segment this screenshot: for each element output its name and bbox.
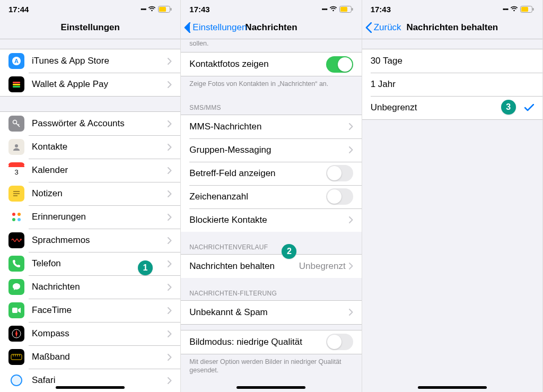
row-keep-messages[interactable]: Nachrichten behalten Unbegrenzt xyxy=(181,255,361,278)
settings-row[interactable]: Zeichenanzahl xyxy=(181,185,361,208)
svg-text:3: 3 xyxy=(14,168,18,176)
svg-point-16 xyxy=(12,218,15,221)
toggle-contact-photos[interactable] xyxy=(326,56,353,73)
svg-point-14 xyxy=(12,213,15,216)
settings-row[interactable]: Nachrichten xyxy=(0,275,180,299)
row-low-quality-image[interactable]: Bildmodus: niedrige Qualität xyxy=(181,330,361,354)
home-indicator[interactable] xyxy=(56,386,125,389)
step-badge-3: 3 xyxy=(501,100,516,115)
group-footer: Mit dieser Option werden Bilder in niedr… xyxy=(181,354,361,379)
status-bar: 17:44 •••• xyxy=(0,0,180,16)
settings-row[interactable]: Erinnerungen xyxy=(0,205,180,229)
row-value: Unbegrenzt xyxy=(299,261,346,272)
wallet-icon xyxy=(8,76,24,92)
truncated-footer: sollen. xyxy=(181,39,361,52)
nav-bar: Zurück Nachrichten behalten xyxy=(362,16,542,39)
option-row[interactable]: 30 Tage xyxy=(362,49,542,73)
measure-icon xyxy=(8,349,24,365)
nav-title: Einstellungen xyxy=(0,22,180,33)
toggle-low-quality[interactable] xyxy=(326,334,353,350)
signal-icon: •••• xyxy=(141,6,146,12)
settings-row[interactable]: FaceTime xyxy=(0,299,180,322)
svg-point-15 xyxy=(17,213,21,216)
settings-row[interactable]: Betreff-Feld anzeigen xyxy=(181,162,361,185)
msg-icon xyxy=(8,279,24,295)
chevron-right-icon xyxy=(168,284,172,291)
signal-icon: •••• xyxy=(503,6,508,12)
group-header-filter: NACHRICHTEN-FILTERUNG xyxy=(181,278,361,300)
battery-icon xyxy=(158,6,172,13)
keep-messages-list[interactable]: 30 Tage1 JahrUnbegrenzt xyxy=(362,39,542,392)
settings-row[interactable]: MMS-Nachrichten xyxy=(181,115,361,138)
settings-row[interactable]: Telefon xyxy=(0,252,180,275)
chevron-right-icon xyxy=(168,354,172,361)
chevron-right-icon xyxy=(168,167,172,174)
screen-settings-root: 17:44 •••• Einstellungen AiTunes & App S… xyxy=(0,0,181,392)
screen-messages-settings: 17:43 •••• Einstellungen Nachrichten sol… xyxy=(181,0,362,392)
row-label: Maßband xyxy=(32,352,168,362)
nav-back-button[interactable]: Einstellungen xyxy=(181,22,247,33)
row-label: Kompass xyxy=(32,328,168,339)
settings-row[interactable]: AiTunes & App Store xyxy=(0,49,180,73)
status-time: 17:43 xyxy=(371,5,391,14)
settings-row[interactable]: Kontakte xyxy=(0,135,180,159)
svg-point-9 xyxy=(15,144,18,147)
settings-row[interactable]: Passwörter & Accounts xyxy=(0,112,180,135)
row-contact-photos[interactable]: Kontaktfotos zeigen xyxy=(181,53,361,76)
group-header-sms: SMS/MMS xyxy=(181,92,361,115)
home-indicator[interactable] xyxy=(237,386,305,389)
settings-list[interactable]: AiTunes & App StoreWallet & Apple Pay Pa… xyxy=(0,39,180,392)
home-indicator[interactable] xyxy=(418,386,487,389)
nav-bar: Einstellungen Nachrichten xyxy=(181,16,361,39)
settings-row[interactable]: Notizen xyxy=(0,182,180,205)
row-label: 1 Jahr xyxy=(371,79,534,90)
signal-icon: •••• xyxy=(322,6,327,12)
settings-row[interactable]: Maßband xyxy=(0,345,180,369)
screen-keep-messages: 17:43 •••• Zurück Nachrichten behalten 3… xyxy=(362,0,543,392)
svg-rect-26 xyxy=(352,8,353,11)
settings-row[interactable]: Blockierte Kontakte xyxy=(181,208,361,232)
row-unknown-spam[interactable]: Unbekannt & Spam xyxy=(181,301,361,324)
row-label: Bildmodus: niedrige Qualität xyxy=(189,337,326,347)
settings-row[interactable]: Sprachmemos xyxy=(0,229,180,252)
chevron-right-icon xyxy=(168,377,172,384)
status-bar: 17:43 •••• xyxy=(362,0,542,16)
row-label: Zeichenanzahl xyxy=(189,191,326,202)
group-header-history: NACHRICHTENVERLAUF xyxy=(181,232,361,254)
svg-rect-2 xyxy=(171,8,172,11)
A-icon: A xyxy=(8,53,24,69)
svg-rect-18 xyxy=(12,308,17,313)
row-label: Wallet & Apple Pay xyxy=(32,79,168,90)
wifi-icon xyxy=(510,5,518,14)
chevron-right-icon xyxy=(349,146,353,153)
svg-rect-12 xyxy=(8,166,24,167)
svg-rect-20 xyxy=(11,354,22,360)
row-label: Kontakte xyxy=(32,142,168,152)
rem-icon xyxy=(8,209,24,225)
ft-icon xyxy=(8,302,24,318)
chevron-right-icon xyxy=(168,190,172,197)
option-row[interactable]: 1 Jahr xyxy=(362,73,542,96)
chevron-right-icon xyxy=(168,214,172,221)
row-label: iTunes & App Store xyxy=(32,56,168,66)
row-label: Erinnerungen xyxy=(32,212,168,222)
toggle[interactable] xyxy=(326,165,353,181)
settings-row[interactable]: Kompass xyxy=(0,322,180,345)
toggle[interactable] xyxy=(326,188,353,205)
svg-rect-1 xyxy=(159,7,166,12)
status-bar: 17:43 •••• xyxy=(181,0,361,16)
row-label: Safari xyxy=(32,375,168,386)
row-label: Gruppen-Messaging xyxy=(189,145,348,155)
settings-row[interactable]: 3Kalender xyxy=(0,159,180,182)
status-right: •••• xyxy=(141,5,172,14)
svg-point-23 xyxy=(12,376,21,385)
settings-row[interactable]: Gruppen-Messaging xyxy=(181,138,361,162)
status-time: 17:44 xyxy=(8,5,29,14)
nav-back-button[interactable]: Zurück xyxy=(362,22,401,33)
settings-row[interactable]: Wallet & Apple Pay xyxy=(0,73,180,96)
row-label: Unbekannt & Spam xyxy=(189,307,348,318)
battery-icon xyxy=(339,6,353,13)
row-label: Passwörter & Accounts xyxy=(32,118,168,129)
row-label: FaceTime xyxy=(32,305,168,316)
messages-settings-list[interactable]: sollen. Kontaktfotos zeigen Zeige Fotos … xyxy=(181,39,361,392)
